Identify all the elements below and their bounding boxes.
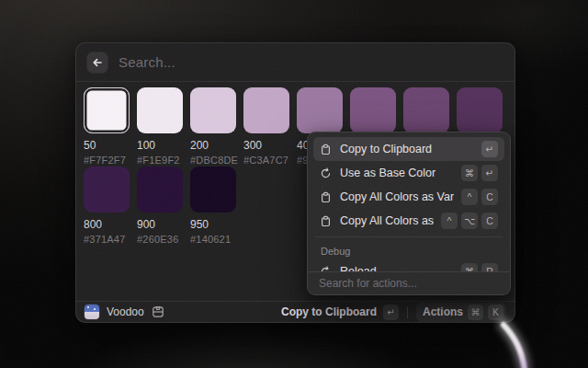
- keycap: ↵: [481, 165, 498, 181]
- primary-action-label[interactable]: Copy to Clipboard: [281, 305, 377, 318]
- app-name: Voodoo: [107, 305, 144, 318]
- keycap: ↵: [481, 141, 498, 157]
- shortcut-keys: ^C: [461, 189, 498, 205]
- desktop-background: Search... 50#F7F2F7100#F1E9F2200#DBC8DE3…: [0, 0, 588, 368]
- color-swatch-50[interactable]: [84, 87, 130, 133]
- action-label: Copy to Clipboard: [340, 143, 474, 155]
- arrow-left-icon: [92, 57, 103, 68]
- shortcut-keys: ^⌥C: [441, 213, 498, 229]
- swatch-hex: #F1E9F2: [137, 155, 183, 166]
- swatch-hex: #260E36: [137, 234, 183, 245]
- swatch-cell: 200#DBC8DE: [190, 87, 236, 166]
- action-item[interactable]: Copy to Clipboard↵: [313, 137, 504, 161]
- actions-label: Actions: [423, 305, 463, 318]
- k-keycap: K: [488, 305, 503, 320]
- action-item[interactable]: Copy All Colors as Variable Declara...^C: [313, 185, 504, 209]
- keycap: C: [481, 189, 498, 205]
- color-swatch[interactable]: [403, 87, 449, 133]
- clipboard-icon: [320, 143, 333, 155]
- clipboard-icon: [320, 190, 333, 203]
- swatch-hex: #C3A7C7: [243, 155, 289, 166]
- color-swatch-200[interactable]: [190, 87, 236, 133]
- save-icon[interactable]: [152, 305, 164, 318]
- shortcut-keys: ↵: [481, 141, 498, 157]
- actions-button[interactable]: Actions ⌘ K: [416, 303, 506, 322]
- actions-panel: Copy to Clipboard↵Use as Base Color⌘↵Cop…: [307, 132, 511, 295]
- command-keycap: ⌘: [468, 305, 483, 320]
- action-item[interactable]: Reload⌘R: [313, 259, 504, 271]
- swatch-cell: 100#F1E9F2: [137, 87, 183, 166]
- panel-divider: [315, 236, 503, 237]
- swatch-label: 100: [137, 139, 183, 152]
- swatch-label: 50: [84, 139, 130, 152]
- keycap: C: [481, 213, 498, 229]
- swatch-label: 800: [84, 218, 130, 231]
- action-label: Copy All Colors as JSON: [340, 214, 434, 227]
- palette-row-2: 800#371A47900#260E36950#140621: [84, 167, 236, 245]
- actions-list: Copy to Clipboard↵Use as Base Color⌘↵Cop…: [308, 132, 510, 271]
- color-swatch-950[interactable]: [190, 167, 236, 213]
- color-swatch-300[interactable]: [243, 87, 289, 133]
- back-button[interactable]: [87, 52, 107, 73]
- enter-keycap: ↵: [383, 305, 399, 320]
- keycap: ^: [461, 189, 478, 205]
- keycap: ⌥: [461, 213, 478, 229]
- color-swatch-400[interactable]: [297, 87, 343, 133]
- color-swatch[interactable]: [350, 87, 396, 133]
- swatch-cell: 800#371A47: [84, 167, 130, 245]
- voodoo-palette-icon: [85, 305, 99, 319]
- search-input[interactable]: Search...: [119, 54, 175, 70]
- voodoo-extension-window: Search... 50#F7F2F7100#F1E9F2200#DBC8DE3…: [75, 42, 515, 323]
- shortcut-keys: ⌘↵: [461, 165, 498, 181]
- keycap: ^: [441, 213, 458, 229]
- actions-search-input[interactable]: Search for actions...: [308, 271, 510, 294]
- action-label: Use as Base Color: [340, 167, 454, 179]
- color-swatch-100[interactable]: [137, 87, 183, 133]
- search-bar: Search...: [76, 43, 514, 82]
- keycap: ⌘: [461, 263, 478, 271]
- action-item[interactable]: Copy All Colors as JSON^⌥C: [313, 209, 504, 233]
- swatch-cell: 900#260E36: [137, 167, 183, 245]
- rotate-icon: [320, 265, 333, 271]
- swatch-label: 200: [190, 139, 236, 152]
- swatch-hex: #DBC8DE: [190, 155, 236, 166]
- action-label: Copy All Colors as Variable Declara...: [340, 190, 454, 203]
- keycap: R: [481, 263, 498, 271]
- swatch-cell: 300#C3A7C7: [243, 87, 289, 166]
- rotate-icon: [320, 167, 333, 179]
- section-label-debug: Debug: [313, 241, 504, 259]
- color-swatch[interactable]: [457, 87, 503, 133]
- footer-divider: [407, 306, 408, 318]
- swatch-cell: 50#F7F2F7: [84, 87, 130, 166]
- swatch-hex: #F7F2F7: [84, 155, 130, 166]
- swatch-label: 950: [190, 218, 236, 231]
- color-swatch-800[interactable]: [84, 167, 130, 213]
- shortcut-keys: ⌘R: [461, 263, 498, 271]
- status-bar: Voodoo Copy to Clipboard ↵ Actions ⌘ K: [76, 301, 514, 322]
- action-label: Reload: [340, 265, 454, 271]
- clipboard-icon: [320, 214, 333, 227]
- action-item[interactable]: Use as Base Color⌘↵: [313, 161, 504, 185]
- swatch-hex: #140621: [190, 234, 236, 245]
- color-swatch-900[interactable]: [137, 167, 183, 213]
- swatch-label: 900: [137, 218, 183, 231]
- keycap: ⌘: [461, 165, 478, 181]
- swatch-hex: #371A47: [84, 234, 130, 245]
- swatch-label: 300: [243, 139, 289, 152]
- swatch-cell: 950#140621: [190, 167, 236, 245]
